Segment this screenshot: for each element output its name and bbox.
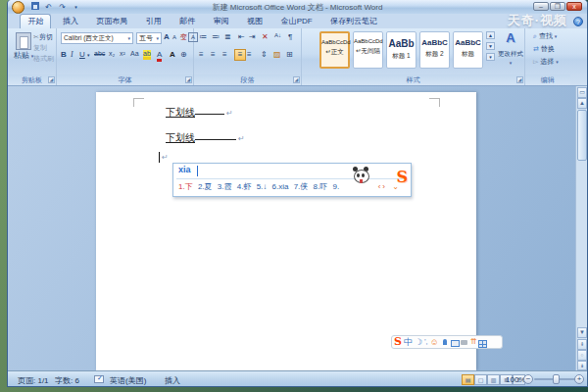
grow-font-button[interactable]: A: [164, 32, 170, 41]
shading-button[interactable]: ▨: [273, 50, 281, 59]
panda-emoji-candidate[interactable]: [352, 166, 369, 185]
scroll-down-icon[interactable]: ▼: [577, 327, 587, 338]
underline-dropdown[interactable]: ▾: [87, 52, 90, 58]
change-case-button[interactable]: Aa: [130, 50, 139, 57]
increase-indent-button[interactable]: ⇥: [249, 32, 256, 41]
tab-insert[interactable]: 插入: [56, 14, 85, 28]
font-size-select[interactable]: 五号▾: [136, 32, 162, 44]
tab-save-to-cloud-notes[interactable]: 保存到云笔记: [323, 14, 384, 28]
borders-button[interactable]: ⊞: [286, 50, 293, 59]
align-center-button[interactable]: ≡: [211, 50, 216, 59]
select-browse-object-button[interactable]: ○: [577, 350, 587, 361]
ime-candidate-6[interactable]: 6.xia: [272, 182, 289, 191]
bullets-button[interactable]: ≔: [199, 32, 207, 41]
punctuation-icon[interactable]: ’,: [424, 336, 428, 348]
asian-layout-button[interactable]: ✕: [262, 32, 269, 41]
ime-candidate-4[interactable]: 4.虾: [237, 182, 252, 191]
character-shading-button[interactable]: A: [170, 50, 175, 59]
font-name-select[interactable]: Calibri (西文正文)▾: [61, 32, 133, 44]
underline-button[interactable]: U: [79, 50, 85, 59]
close-button[interactable]: x: [566, 2, 582, 11]
replace-button[interactable]: ⇄ 替换: [533, 44, 555, 54]
ime-candidate-2[interactable]: 2.夏: [198, 182, 213, 191]
decrease-indent-button[interactable]: ⇤: [238, 32, 245, 41]
tab-kingsoft-pdf[interactable]: 金山PDF: [274, 14, 319, 28]
cut-button[interactable]: ✂剪切: [33, 32, 53, 42]
web-layout-view-button[interactable]: ▥: [487, 374, 500, 385]
enclose-characters-button[interactable]: ⊕: [180, 50, 187, 59]
minimize-button[interactable]: –: [533, 2, 549, 11]
styles-dialog-launcher[interactable]: ◢: [516, 76, 523, 83]
ime-candidate-8[interactable]: 8.吓: [314, 182, 328, 191]
vertical-scrollbar[interactable]: ▭ ▲ ▼ ⇞ ○ ⇟: [575, 86, 587, 370]
language-indicator[interactable]: 英语(美国): [110, 375, 146, 386]
format-painter-button[interactable]: 格式刷: [33, 54, 54, 64]
strikethrough-button[interactable]: abc: [94, 50, 105, 57]
font-dialog-launcher[interactable]: ◢: [185, 76, 192, 83]
soft-keyboard-icon[interactable]: [451, 338, 459, 346]
paragraph-dialog-launcher[interactable]: ◢: [293, 76, 300, 83]
help-icon[interactable]: ?: [573, 17, 583, 26]
multilevel-list-button[interactable]: ≣: [224, 32, 231, 41]
next-page-button[interactable]: ⇟: [577, 361, 587, 370]
copy-button[interactable]: 复制: [33, 43, 47, 53]
tab-home[interactable]: 开始: [20, 14, 51, 28]
voice-input-icon[interactable]: [441, 338, 449, 346]
numbering-button[interactable]: ≕: [212, 32, 220, 41]
zoom-in-button[interactable]: +: [574, 374, 584, 384]
italic-button[interactable]: I: [71, 50, 74, 59]
insert-mode-indicator[interactable]: 插入: [165, 375, 180, 386]
align-left-button[interactable]: ≡: [199, 50, 204, 59]
style-no-spacing[interactable]: AaBbCcDd ↵无间隔: [353, 31, 383, 69]
scrollbar-thumb[interactable]: [577, 110, 587, 161]
previous-page-button[interactable]: ⇞: [577, 339, 587, 350]
tab-mailings[interactable]: 邮件: [172, 14, 202, 28]
tab-review[interactable]: 审阅: [207, 14, 236, 28]
fullwidth-moon-icon[interactable]: ☽: [415, 336, 422, 348]
chinese-mode-icon[interactable]: 中: [404, 336, 413, 348]
skin-grid-icon[interactable]: [478, 338, 486, 346]
style-normal[interactable]: AaBbCcDd ↵正文: [319, 31, 350, 69]
ime-page-arrows[interactable]: ‹›: [378, 182, 387, 191]
scroll-up-icon[interactable]: ▲: [577, 98, 587, 109]
line-spacing-button[interactable]: ⇕: [261, 50, 268, 59]
ime-candidate-1[interactable]: 1.下: [178, 182, 193, 191]
document-area[interactable]: 下划线↵ 下划线↵ ↵ xia: [8, 86, 587, 370]
emoji-icon[interactable]: ☺: [430, 336, 439, 348]
style-title[interactable]: AaBbC 标题: [453, 31, 483, 69]
ime-candidate-7[interactable]: 7.侠: [294, 182, 309, 191]
paste-button[interactable]: 粘贴 ▾: [12, 50, 35, 61]
shrink-font-button[interactable]: A: [172, 34, 176, 40]
distribute-button[interactable]: ≡: [247, 50, 252, 59]
upgrade-arrows-icon[interactable]: ⇈: [470, 336, 477, 348]
ruler-toggle-button[interactable]: ▭: [577, 87, 587, 98]
sort-button[interactable]: A↓: [274, 32, 281, 38]
align-right-button[interactable]: ≡: [222, 50, 227, 59]
find-button[interactable]: ⌕ 查找 ▾: [533, 31, 557, 41]
font-color-button[interactable]: A: [157, 50, 162, 62]
ime-candidate-5[interactable]: 5.↓: [257, 182, 268, 191]
tab-view[interactable]: 视图: [240, 14, 270, 28]
ime-candidate-9[interactable]: 9.: [332, 182, 339, 191]
sogou-logo-icon[interactable]: S: [394, 336, 402, 348]
tab-references[interactable]: 引用: [139, 14, 169, 28]
print-layout-view-button[interactable]: ▤: [462, 374, 474, 385]
change-styles-button[interactable]: 更改样式 ▾: [497, 50, 524, 66]
ime-expand-arrow-icon[interactable]: ⌄: [392, 182, 399, 191]
document-page[interactable]: 下划线↵ 下划线↵ ↵ xia: [96, 92, 476, 370]
styles-gallery-expand[interactable]: ▾: [486, 53, 495, 61]
style-heading2[interactable]: AaBbC 标题 2: [419, 31, 450, 69]
page-indicator[interactable]: 页面: 1/1: [18, 375, 49, 386]
zoom-out-button[interactable]: −: [523, 374, 533, 384]
select-button[interactable]: ▻ 选择 ▾: [533, 57, 559, 67]
show-hide-marks-button[interactable]: ¶: [288, 32, 292, 41]
word-count[interactable]: 字数: 6: [55, 375, 79, 386]
zoom-slider-thumb[interactable]: [553, 374, 560, 384]
style-heading1[interactable]: AaBb 标题 1: [386, 31, 416, 69]
bold-button[interactable]: B: [61, 50, 67, 59]
justify-button-active[interactable]: ≡: [234, 49, 246, 61]
maximize-button[interactable]: ❐: [550, 2, 565, 11]
clipboard-dialog-launcher[interactable]: ◢: [48, 76, 55, 83]
highlight-button[interactable]: ab: [143, 50, 151, 60]
toolbox-icon[interactable]: [461, 338, 468, 346]
